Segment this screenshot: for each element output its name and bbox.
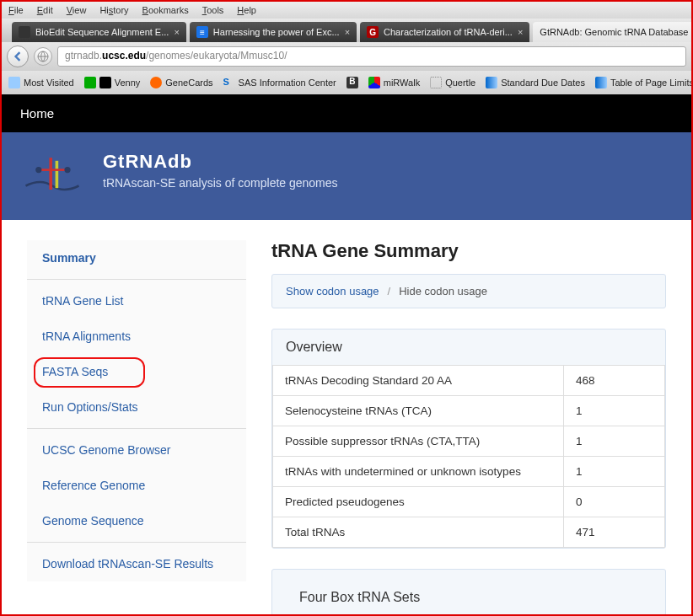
bookmark-genecards[interactable]: GeneCards xyxy=(150,77,212,88)
sidebar-item-gene-list[interactable]: tRNA Gene List xyxy=(27,283,246,319)
site-identity-button[interactable] xyxy=(34,47,52,66)
tab-gtrnadb[interactable]: GtRNAdb: Genomic tRNA Database xyxy=(533,22,693,42)
overview-panel: Overview tRNAs Decoding Standard 20 AA46… xyxy=(271,329,666,549)
site-icon: G xyxy=(367,26,379,38)
table-row: Selenocysteine tRNAs (TCA)1 xyxy=(273,396,665,426)
bookmark-label: Standard Due Dates xyxy=(501,78,585,88)
close-icon[interactable]: × xyxy=(345,27,350,37)
menu-bookmarks[interactable]: Bookmarks xyxy=(142,5,189,15)
site-logo xyxy=(22,151,83,198)
row-label: tRNAs Decoding Standard 20 AA xyxy=(273,366,564,396)
sidebar-item-alignments[interactable]: tRNA Alignments xyxy=(27,319,246,354)
sidebar-item-run-options[interactable]: Run Options/Stats xyxy=(27,389,246,425)
site-banner: GtRNAdb tRNAscan-SE analysis of complete… xyxy=(2,132,691,220)
home-link[interactable]: Home xyxy=(2,94,691,132)
four-box-panel: Four Box tRNA Sets xyxy=(271,569,666,616)
back-button[interactable] xyxy=(7,46,29,67)
table-row: Possible suppressor tRNAs (CTA,TTA)1 xyxy=(273,426,665,457)
bookmark-label: Venny xyxy=(115,78,141,88)
sidebar-item-ucsc[interactable]: UCSC Genome Browser xyxy=(27,432,246,468)
toggle-separator: / xyxy=(388,285,391,297)
close-icon[interactable]: × xyxy=(174,27,179,37)
hide-codon-link[interactable]: Hide codon usage xyxy=(399,285,487,297)
bookmark-label: GeneCards xyxy=(165,78,212,88)
bookmark-icon xyxy=(8,77,20,88)
url-host: ucsc.edu xyxy=(102,50,146,62)
sidebar-item-genome-seq[interactable]: Genome Sequence xyxy=(27,503,246,538)
sidebar-item-summary[interactable]: Summary xyxy=(27,240,246,276)
sidebar-item-fasta-seqs[interactable]: FASTA Seqs xyxy=(27,354,246,389)
tab-bioedit[interactable]: BioEdit Sequence Alignment E... × xyxy=(12,22,186,42)
table-row: Total tRNAs471 xyxy=(273,517,665,548)
row-label: Predicted pseudogenes xyxy=(273,487,564,517)
table-row: tRNAs with undetermined or unknown isoty… xyxy=(273,457,665,487)
url-input[interactable]: gtrnadb.ucsc.edu/genomes/eukaryota/Mmusc… xyxy=(57,46,686,67)
bookmark-sas[interactable]: SSAS Information Center xyxy=(223,77,336,88)
row-value: 1 xyxy=(564,457,665,487)
url-prefix: gtrnadb. xyxy=(65,50,102,62)
bookmark-icon xyxy=(430,77,442,88)
row-value: 1 xyxy=(564,396,665,426)
close-icon[interactable]: × xyxy=(518,27,523,37)
bookmarks-toolbar: Most Visited Venny GeneCards SSAS Inform… xyxy=(2,71,691,94)
menu-view[interactable]: View xyxy=(67,5,87,15)
bookmark-icon xyxy=(368,77,380,88)
show-codon-link[interactable]: Show codon usage xyxy=(286,285,379,297)
tab-label: GtRNAdb: Genomic tRNA Database xyxy=(540,27,688,37)
banner-text: GtRNAdb tRNAscan-SE analysis of complete… xyxy=(103,151,338,190)
page-content: Home GtRNAdb tRNAscan-SE analysis of com… xyxy=(2,94,691,616)
site-title: GtRNAdb xyxy=(103,151,338,173)
bookmark-standard-due[interactable]: Standard Due Dates xyxy=(486,77,585,88)
svg-point-5 xyxy=(64,167,70,173)
menu-edit[interactable]: Edit xyxy=(37,5,53,15)
bookmark-b[interactable]: B xyxy=(346,77,358,88)
bookmark-label: SAS Information Center xyxy=(239,78,336,88)
bookmark-most-visited[interactable]: Most Visited xyxy=(8,77,74,88)
tab-label: Harnessing the power of Exc... xyxy=(213,27,340,37)
bookmark-label: Table of Page Limits xyxy=(610,78,691,88)
svg-point-4 xyxy=(35,167,41,173)
content-layout: Summary tRNA Gene List tRNA Alignments F… xyxy=(2,220,691,616)
row-value: 1 xyxy=(564,426,665,457)
row-value: 0 xyxy=(564,487,665,517)
sidebar-divider xyxy=(27,279,246,280)
bookmark-quertle[interactable]: Quertle xyxy=(430,77,475,88)
tab-strip: BioEdit Sequence Alignment E... × ≡ Harn… xyxy=(2,19,691,42)
bookmark-icon: S xyxy=(223,77,235,88)
bookmark-color-swatch[interactable]: Venny xyxy=(84,77,141,88)
row-value: 471 xyxy=(564,517,665,548)
row-label: Selenocysteine tRNAs (TCA) xyxy=(273,396,564,426)
bookmark-mirwalk[interactable]: miRWalk xyxy=(368,77,420,88)
bookmark-icon xyxy=(486,77,497,88)
sidebar-item-reference[interactable]: Reference Genome xyxy=(27,468,246,503)
menu-history[interactable]: History xyxy=(99,5,128,15)
menu-help[interactable]: Help xyxy=(237,5,256,15)
address-bar: gtrnadb.ucsc.edu/genomes/eukaryota/Mmusc… xyxy=(2,42,691,71)
swatch-icon xyxy=(99,77,111,88)
tab-label: Characterization of tRNA-deri... xyxy=(384,27,513,37)
bookmark-label: miRWalk xyxy=(384,78,420,88)
sidebar-divider xyxy=(27,428,246,429)
overview-title: Overview xyxy=(272,329,665,365)
row-label: Possible suppressor tRNAs (CTA,TTA) xyxy=(273,426,564,457)
bookmark-label: Quertle xyxy=(445,78,475,88)
menu-file[interactable]: File xyxy=(8,5,24,15)
url-path: /genomes/eukaryota/Mmusc10/ xyxy=(146,50,287,62)
bookmark-page-limits[interactable]: Table of Page Limits xyxy=(595,77,691,88)
tab-label: BioEdit Sequence Alignment E... xyxy=(35,27,169,37)
menu-tools[interactable]: Tools xyxy=(202,5,224,15)
docs-icon: ≡ xyxy=(196,26,208,38)
tab-harnessing[interactable]: ≡ Harnessing the power of Exc... × xyxy=(190,22,357,42)
overview-table: tRNAs Decoding Standard 20 AA468 Selenoc… xyxy=(272,365,665,548)
row-label: tRNAs with undetermined or unknown isoty… xyxy=(273,457,564,487)
tab-characterization[interactable]: G Characterization of tRNA-deri... × xyxy=(360,22,529,42)
apple-icon xyxy=(19,26,30,38)
sidebar-item-download[interactable]: Download tRNAscan-SE Results xyxy=(27,546,246,581)
sidebar-divider xyxy=(27,542,246,543)
table-row: Predicted pseudogenes0 xyxy=(273,487,665,517)
bookmark-icon xyxy=(150,77,162,88)
row-label: Total tRNAs xyxy=(273,517,564,548)
bookmark-icon xyxy=(595,77,607,88)
row-value: 468 xyxy=(564,366,665,396)
site-subtitle: tRNAscan-SE analysis of complete genomes xyxy=(103,176,338,190)
